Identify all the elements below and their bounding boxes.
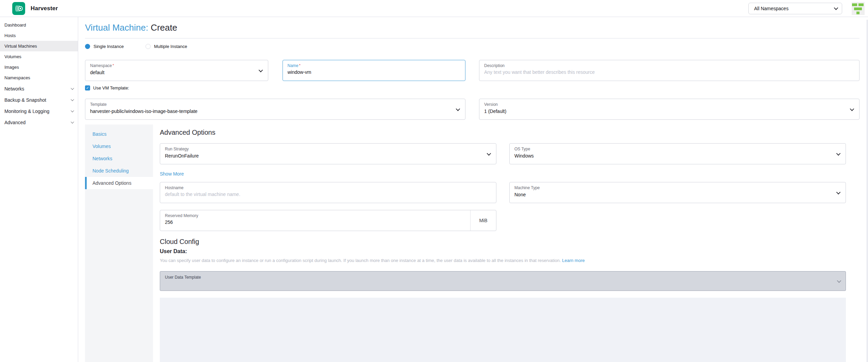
sidebar-group-networks[interactable]: Networks bbox=[0, 83, 78, 94]
tab-networks[interactable]: Networks bbox=[85, 152, 153, 165]
sidebar-group-monitoring-logging[interactable]: Monitoring & Logging bbox=[0, 105, 78, 117]
page-scrollbar[interactable] bbox=[867, 20, 868, 362]
use-vm-template-checkbox[interactable]: ✓ Use VM Template: bbox=[85, 85, 860, 90]
radio-unselected-icon bbox=[146, 44, 151, 49]
sidebar-item-hosts[interactable]: Hosts bbox=[0, 30, 78, 41]
user-data-code-editor[interactable] bbox=[160, 298, 846, 362]
tab-volumes[interactable]: Volumes bbox=[85, 140, 153, 152]
machine-type-value: None bbox=[514, 192, 841, 197]
title-divider bbox=[85, 38, 860, 38]
vm-config-tab-list: Basics Volumes Networks Node Scheduling … bbox=[85, 125, 153, 362]
sidebar-item-dashboard[interactable]: Dashboard bbox=[0, 20, 78, 30]
apps-grid-icon[interactable] bbox=[852, 2, 865, 15]
radio-multiple-instance[interactable]: Multiple Instance bbox=[146, 44, 187, 49]
page-title: Virtual Machine: Create bbox=[85, 22, 860, 33]
run-strategy-dropdown[interactable]: Run Strategy RerunOnFailure bbox=[160, 143, 496, 164]
machine-type-dropdown[interactable]: Machine Type None bbox=[509, 182, 846, 203]
main-content: Virtual Machine: Create Single Instance … bbox=[78, 17, 868, 362]
checkbox-checked-icon: ✓ bbox=[85, 85, 90, 90]
reserved-memory-input[interactable] bbox=[165, 219, 491, 225]
run-strategy-value: RerunOnFailure bbox=[165, 153, 491, 159]
template-value: harvester-public/windows-iso-image-base-… bbox=[90, 109, 460, 114]
namespace-value: default bbox=[90, 70, 263, 75]
radio-single-instance[interactable]: Single Instance bbox=[85, 44, 124, 49]
show-more-link[interactable]: Show More bbox=[160, 171, 846, 177]
os-type-dropdown[interactable]: OS Type Windows bbox=[509, 143, 846, 164]
chevron-down-icon bbox=[71, 109, 74, 112]
hostname-input[interactable] bbox=[165, 192, 491, 197]
top-header: Harvester All Namespaces bbox=[0, 0, 868, 17]
page-title-resource: Virtual Machine: bbox=[85, 22, 148, 33]
chevron-down-icon bbox=[71, 98, 74, 101]
namespace-filter-dropdown[interactable]: All Namespaces bbox=[748, 3, 842, 14]
chevron-down-icon bbox=[71, 120, 74, 124]
namespace-dropdown[interactable]: Namespace* default bbox=[85, 60, 268, 81]
version-dropdown[interactable]: Version 1 (Default) bbox=[479, 99, 860, 120]
reserved-memory-field[interactable]: Reserved Memory MiB bbox=[160, 210, 496, 231]
description-input[interactable] bbox=[484, 69, 854, 75]
sidebar-item-volumes[interactable]: Volumes bbox=[0, 51, 78, 62]
namespace-filter-value: All Namespaces bbox=[754, 6, 788, 11]
required-marker: * bbox=[113, 63, 114, 68]
hostname-field[interactable]: Hostname bbox=[160, 182, 496, 203]
tab-node-scheduling[interactable]: Node Scheduling bbox=[85, 165, 153, 177]
os-type-value: Windows bbox=[514, 153, 841, 159]
reserved-memory-unit: MiB bbox=[470, 210, 496, 231]
sidebar-group-advanced[interactable]: Advanced bbox=[0, 117, 78, 128]
chevron-down-icon bbox=[71, 86, 74, 90]
user-data-description: You can specify user data to configure a… bbox=[160, 258, 846, 263]
sidebar-group-backup-snapshot[interactable]: Backup & Snapshot bbox=[0, 94, 78, 105]
instance-mode-radio-group: Single Instance Multiple Instance bbox=[85, 44, 860, 49]
radio-selected-icon bbox=[85, 44, 90, 49]
chevron-down-icon bbox=[834, 6, 838, 10]
harvester-logo-icon bbox=[12, 2, 25, 15]
tab-basics[interactable]: Basics bbox=[85, 128, 153, 140]
sidebar-item-images[interactable]: Images bbox=[0, 62, 78, 72]
sidebar-nav: Dashboard Hosts Virtual Machines Volumes… bbox=[0, 17, 78, 362]
version-value: 1 (Default) bbox=[484, 109, 854, 114]
page-title-action: Create bbox=[151, 22, 177, 33]
app-title: Harvester bbox=[31, 5, 58, 12]
sidebar-item-namespaces[interactable]: Namespaces bbox=[0, 72, 78, 83]
name-field[interactable]: Name* bbox=[283, 60, 466, 81]
tab-advanced-options[interactable]: Advanced Options bbox=[85, 177, 153, 189]
required-marker: * bbox=[299, 63, 301, 68]
advanced-options-heading: Advanced Options bbox=[160, 129, 846, 136]
advanced-options-panel: Advanced Options Run Strategy RerunOnFai… bbox=[153, 125, 860, 362]
name-input[interactable] bbox=[288, 69, 461, 75]
harvester-app: Harvester All Namespaces Dashboard Hosts… bbox=[0, 0, 868, 362]
description-field[interactable]: Description bbox=[479, 60, 860, 81]
user-data-template-dropdown[interactable]: User Data Template bbox=[160, 271, 846, 291]
sidebar-item-virtual-machines[interactable]: Virtual Machines bbox=[0, 41, 78, 51]
learn-more-link[interactable]: Learn more bbox=[562, 258, 584, 263]
user-data-heading: User Data: bbox=[160, 248, 846, 254]
cloud-config-heading: Cloud Config bbox=[160, 238, 846, 246]
template-dropdown[interactable]: Template harvester-public/windows-iso-im… bbox=[85, 99, 465, 120]
